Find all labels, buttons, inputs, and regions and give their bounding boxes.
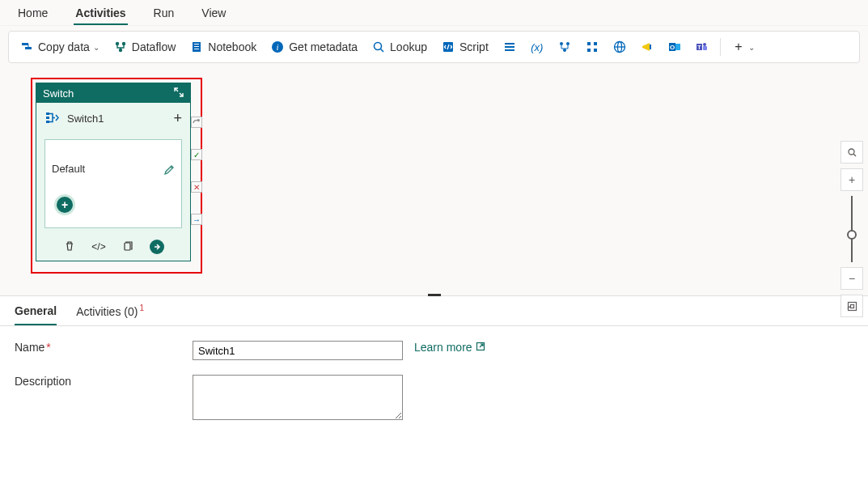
search-icon: [372, 40, 385, 53]
run-icon[interactable]: [150, 240, 164, 254]
activity-output-handles: ✓ ✕ →: [191, 117, 202, 225]
description-input[interactable]: [193, 375, 403, 420]
svg-rect-25: [650, 45, 651, 49]
svg-rect-14: [505, 49, 514, 51]
code-icon[interactable]: </>: [91, 241, 106, 253]
external-link-icon: [476, 341, 485, 354]
add-case-icon[interactable]: +: [173, 110, 182, 127]
svg-rect-6: [194, 49, 199, 49]
svg-point-15: [560, 42, 563, 45]
svg-rect-20: [587, 49, 591, 52]
svg-point-2: [119, 49, 122, 52]
svg-rect-34: [46, 117, 49, 119]
svg-rect-12: [505, 43, 514, 45]
menu-run[interactable]: Run: [152, 5, 176, 25]
svg-text:T: T: [697, 45, 701, 50]
toolbar-script[interactable]: Script: [435, 37, 495, 57]
svg-rect-35: [46, 121, 49, 123]
activity-title-row: Switch1 +: [36, 103, 190, 134]
toolbar-extra-6[interactable]: [634, 37, 660, 57]
toolbar-extra-1[interactable]: [497, 37, 523, 57]
handle-skip[interactable]: [191, 117, 202, 128]
toolbar-separator: [720, 38, 721, 56]
activity-header: Switch: [36, 83, 190, 103]
zoom-out-button[interactable]: −: [840, 267, 863, 290]
pipeline-icon: [558, 40, 571, 53]
toolbar-extra-4[interactable]: [579, 37, 605, 57]
grid-icon: [586, 40, 599, 53]
handle-completion[interactable]: →: [191, 214, 202, 225]
tab-general[interactable]: General: [15, 304, 57, 325]
toolbar-lookup[interactable]: Lookup: [366, 37, 434, 57]
toolbar-add[interactable]: + ⌄: [726, 37, 761, 57]
svg-rect-13: [505, 46, 514, 48]
svg-point-0: [116, 42, 119, 45]
description-label: Description: [15, 375, 193, 388]
toolbar-outlook[interactable]: O: [662, 37, 688, 57]
learn-more-link[interactable]: Learn more: [414, 341, 485, 354]
toolbar-get-metadata[interactable]: i Get metadata: [265, 37, 364, 57]
menu-activities[interactable]: Activities: [74, 5, 127, 25]
info-icon: i: [271, 40, 284, 53]
toolbar-web[interactable]: [607, 37, 633, 57]
properties-panel: General Activities (0)1 ⌃ Name* Learn mo…: [0, 296, 868, 449]
canvas-search-button[interactable]: [840, 141, 863, 163]
add-activity-button[interactable]: +: [57, 197, 73, 213]
svg-point-31: [703, 43, 706, 46]
zoom-slider-knob[interactable]: [847, 230, 857, 240]
variable-icon: (x): [531, 40, 544, 53]
panel-collapse-button[interactable]: ⌃: [845, 304, 853, 316]
svg-line-10: [381, 49, 384, 53]
expand-icon[interactable]: [174, 87, 184, 100]
zoom-slider-track[interactable]: [851, 196, 853, 262]
menu-view[interactable]: View: [200, 5, 227, 25]
toolbar-copy-data[interactable]: Copy data ⌄: [14, 37, 106, 57]
toolbar-dataflow-label: Dataflow: [132, 40, 176, 53]
handle-success[interactable]: ✓: [191, 149, 202, 160]
toolbar-teams[interactable]: T: [689, 37, 715, 57]
switch-activity-card[interactable]: Switch Switch1 + Default +: [36, 83, 191, 261]
toolbar-dataflow[interactable]: Dataflow: [108, 37, 182, 57]
pipeline-canvas[interactable]: Switch Switch1 + Default +: [0, 68, 868, 296]
menu-home[interactable]: Home: [16, 5, 49, 25]
top-menubar: Home Activities Run View: [0, 0, 868, 26]
svg-rect-36: [125, 243, 130, 250]
default-case-box[interactable]: Default +: [44, 139, 182, 228]
toolbar-extra-3[interactable]: [552, 37, 578, 57]
activities-toolbar: Copy data ⌄ Dataflow Notebook i Get m: [8, 31, 860, 63]
plus-icon: +: [732, 40, 745, 53]
svg-rect-33: [46, 113, 49, 115]
name-input[interactable]: [193, 341, 403, 360]
list-icon: [503, 40, 516, 53]
svg-rect-4: [194, 44, 199, 45]
svg-rect-18: [587, 42, 591, 45]
toolbar-script-label: Script: [459, 40, 489, 53]
chevron-down-icon: ⌄: [93, 43, 100, 52]
handle-failure[interactable]: ✕: [191, 181, 202, 193]
toolbar-variable[interactable]: (x): [524, 37, 550, 57]
svg-rect-32: [703, 46, 707, 50]
zoom-in-button[interactable]: +: [840, 168, 863, 191]
svg-line-38: [853, 154, 856, 156]
general-form: Name* Learn more Description: [0, 326, 868, 449]
tab-activities-badge: 1: [139, 304, 144, 312]
name-label: Name*: [15, 341, 193, 354]
default-case-label: Default: [52, 163, 175, 175]
copy-icon[interactable]: [121, 240, 135, 254]
svg-point-37: [849, 149, 854, 155]
svg-point-9: [375, 43, 382, 50]
tab-activities-count: 0: [128, 305, 134, 318]
delete-icon[interactable]: [62, 240, 77, 254]
megaphone-icon: [641, 40, 654, 53]
globe-icon: [613, 40, 626, 53]
tab-activities[interactable]: Activities (0)1: [76, 305, 142, 325]
script-icon: [442, 40, 455, 53]
svg-point-1: [122, 42, 125, 45]
chevron-down-icon: ⌄: [748, 43, 755, 52]
svg-rect-28: [675, 44, 680, 50]
toolbar-notebook[interactable]: Notebook: [184, 37, 263, 57]
toolbar-copy-data-label: Copy data: [38, 40, 90, 53]
switch-icon: [44, 109, 61, 128]
edit-pencil-icon[interactable]: [163, 164, 175, 178]
toolbar-get-metadata-label: Get metadata: [289, 40, 358, 53]
